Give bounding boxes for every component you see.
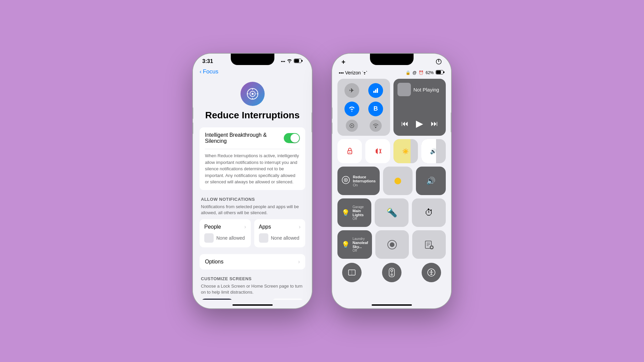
remote-btn[interactable] xyxy=(382,263,401,282)
lock-screen-thumb[interactable]: 3:31 ○ ○ ○ xyxy=(201,299,233,300)
play-pause-btn[interactable]: ▶ xyxy=(416,118,423,129)
laundry-tile[interactable]: 💡 Laundry Nanoleaf Sky... Off xyxy=(337,230,372,259)
svg-point-5 xyxy=(252,93,254,95)
accessibility-icon xyxy=(427,268,436,277)
intelligent-toggle[interactable] xyxy=(284,133,300,143)
flashlight-tile[interactable]: 🔦 xyxy=(375,198,409,227)
reduce-interruptions-tile-icon xyxy=(341,176,350,186)
cc-signal-icon: ▪▪▪ xyxy=(339,70,344,75)
bluetooth-btn[interactable]: B xyxy=(368,102,383,116)
laundry-state: Off xyxy=(353,249,368,252)
home-screen-thumb[interactable] xyxy=(236,299,269,300)
connectivity-tile[interactable]: ✈ xyxy=(337,79,390,136)
hotspot-btn[interactable] xyxy=(370,120,382,132)
light-bulb-icon: 💡 xyxy=(341,209,350,217)
apps-card[interactable]: Apps › None allowed xyxy=(254,219,306,247)
timer-tile[interactable]: ⏱ xyxy=(412,198,446,227)
mirror-icon xyxy=(347,268,356,277)
phone2-volume-down-btn[interactable] xyxy=(332,122,332,134)
svg-rect-14 xyxy=(443,71,444,73)
allow-notifications-desc: Notifications from selected people and a… xyxy=(200,204,305,216)
mirror-btn[interactable] xyxy=(342,263,362,282)
now-playing-label: Not Playing xyxy=(414,87,439,93)
svg-rect-17 xyxy=(373,91,375,93)
cc-carrier-name: Verizon xyxy=(345,70,361,75)
cc-main-grid: ✈ xyxy=(332,79,451,136)
reduce-interruptions-tile-sub: On xyxy=(353,183,376,187)
people-card-sub: None allowed xyxy=(204,233,246,243)
svg-rect-13 xyxy=(436,71,441,74)
cc-plus-icon[interactable]: + xyxy=(341,58,345,66)
people-apps-row: People › None allowed Apps › xyxy=(200,219,305,247)
accessibility-btn[interactable] xyxy=(422,263,441,282)
garage-state: Off xyxy=(353,217,367,221)
next-track-icon[interactable]: ⏭ xyxy=(431,119,438,128)
silent-mode-btn[interactable] xyxy=(365,139,390,163)
blank-screen-thumb[interactable]: + xyxy=(272,299,304,300)
timer-icon: ⏱ xyxy=(425,207,433,218)
phone2-screen: + ▪▪▪ Verizon xyxy=(332,54,451,308)
phone1-time: 3:31 xyxy=(202,58,213,64)
volume-up-btn[interactable] xyxy=(193,107,193,119)
phone2-volume-up-btn[interactable] xyxy=(332,107,332,119)
volume-down-btn[interactable] xyxy=(193,122,193,134)
phone2-home-indicator[interactable] xyxy=(372,304,412,306)
reduce-interruptions-tile-label: Reduce Interruptions xyxy=(353,175,376,183)
svg-point-40 xyxy=(391,269,393,272)
brightness-icon: ☀️ xyxy=(402,148,409,155)
garage-lights-tile[interactable]: 💡 Garage Main Lights Off xyxy=(337,198,371,227)
people-card-title: People › xyxy=(204,224,246,230)
cc-alarm-icon: ⏰ xyxy=(419,70,424,75)
cc-battery-pct: 62% xyxy=(426,70,434,75)
main-scene: 3:31 ▪▪▪ xyxy=(193,54,451,308)
volume-control-tile[interactable]: 🔊 xyxy=(416,167,446,195)
wifi-control-btn[interactable] xyxy=(344,102,359,116)
airdrop-btn[interactable] xyxy=(346,120,358,132)
laundry-sub: Nanoleaf Sky... xyxy=(353,241,368,249)
playback-controls: ⏮ ▶ ⏭ xyxy=(397,115,442,132)
cc-bottom-row xyxy=(332,263,451,282)
reduce-interruptions-title: Reduce Interruptions xyxy=(200,110,305,121)
quick-note-icon xyxy=(424,240,434,250)
yellow-indicator-tile[interactable] xyxy=(383,167,413,195)
phone1-home-indicator[interactable] xyxy=(232,304,273,306)
svg-rect-15 xyxy=(377,88,378,93)
screen-record-icon xyxy=(387,239,397,250)
apps-card-sub: None allowed xyxy=(259,233,301,243)
flashlight-icon: 🔦 xyxy=(386,207,397,218)
phone2-power-btn[interactable] xyxy=(451,112,451,132)
power-btn[interactable] xyxy=(312,112,312,132)
options-label: Options xyxy=(205,259,223,265)
laundry-text: Laundry Nanoleaf Sky... Off xyxy=(353,237,368,252)
cc-lock-icon: 🔒 xyxy=(406,70,411,75)
options-chevron-icon: › xyxy=(298,259,300,265)
rotation-lock-btn[interactable] xyxy=(337,139,362,163)
reduce-interruptions-icon xyxy=(240,82,265,106)
prev-track-icon[interactable]: ⏮ xyxy=(401,119,409,128)
cellular-btn[interactable] xyxy=(368,83,383,98)
phone1-screen: 3:31 ▪▪▪ xyxy=(193,54,312,308)
yellow-dot xyxy=(394,178,401,184)
back-label: Focus xyxy=(203,68,218,75)
svg-point-45 xyxy=(431,270,432,272)
cc-row2: ☀️ 🔊 xyxy=(332,139,451,163)
volume-tile[interactable]: 🔊 xyxy=(421,139,446,163)
signal-icon: ▪▪▪ xyxy=(281,59,285,64)
reduce-interruptions-tile[interactable]: Reduce Interruptions On xyxy=(337,167,380,195)
brightness-tile[interactable]: ☀️ xyxy=(393,139,418,163)
quick-note-tile[interactable] xyxy=(412,230,446,259)
now-playing-tile[interactable]: Not Playing ⏮ ▶ ⏭ xyxy=(393,79,446,136)
airplane-mode-btn[interactable]: ✈ xyxy=(344,83,359,98)
screen-record-tile[interactable] xyxy=(375,230,409,259)
toggle-card: Intelligent Breakthrough & Silencing Whe… xyxy=(200,127,305,190)
options-card[interactable]: Options › xyxy=(200,254,305,269)
screens-preview: 3:31 ○ ○ ○ xyxy=(200,299,305,300)
focus-back-button[interactable]: ‹ Focus xyxy=(200,68,218,75)
cc-power-icon[interactable] xyxy=(436,59,442,66)
album-art xyxy=(397,83,411,96)
cc-row5: 💡 Laundry Nanoleaf Sky... Off xyxy=(332,230,451,259)
laundry-light-icon: 💡 xyxy=(341,241,350,249)
svg-point-22 xyxy=(349,152,350,153)
cc-status-right: 🔒 @ ⏰ 62% xyxy=(406,70,444,75)
people-card[interactable]: People › None allowed xyxy=(200,219,251,247)
